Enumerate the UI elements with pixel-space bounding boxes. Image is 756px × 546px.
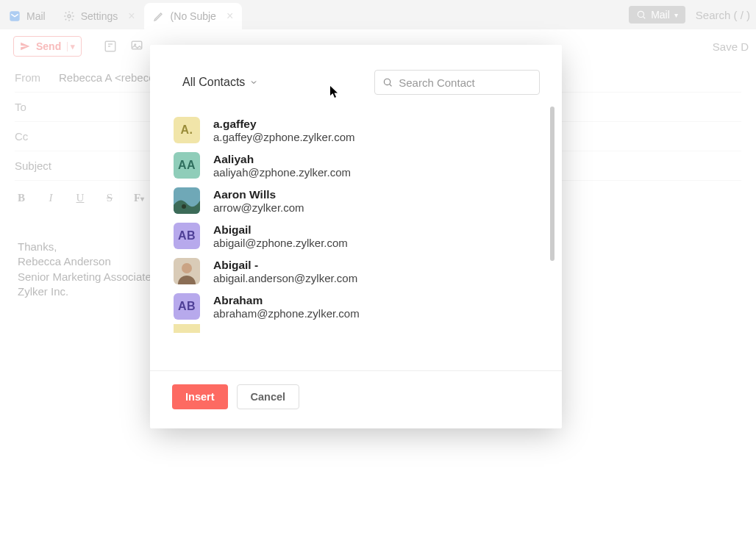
contact-list: A.a.gaffeya.gaffey@zphone.zylker.comAAAa… [150, 102, 562, 370]
avatar-initials: AB [174, 293, 200, 320]
svg-point-8 [182, 204, 186, 209]
contact-row[interactable]: Aaron Willsarrow@zylker.com [174, 183, 562, 218]
cc-label: Cc [15, 130, 59, 143]
tab-mail[interactable]: Mail [0, 3, 54, 29]
tab-label: Mail [26, 10, 46, 22]
avatar-photo [174, 187, 200, 214]
underline-button[interactable]: U [74, 192, 87, 204]
svg-point-10 [182, 263, 192, 273]
close-icon[interactable]: × [227, 10, 233, 23]
contact-row[interactable]: Abigail -abigail.anderson@zylker.com [174, 254, 562, 289]
avatar-initials: AA [174, 152, 200, 179]
svg-rect-0 [10, 11, 19, 21]
contact-email: abigail.anderson@zylker.com [213, 272, 357, 284]
insert-button[interactable]: Insert [172, 384, 228, 409]
chevron-down-icon [249, 78, 258, 87]
strike-button[interactable]: S [103, 192, 116, 204]
avatar-initials [174, 324, 200, 333]
contact-name: Abraham [213, 294, 360, 307]
contact-email: arrow@zylker.com [213, 201, 304, 214]
contact-group-dropdown[interactable]: All Contacts [182, 76, 258, 89]
cancel-button[interactable]: Cancel [237, 384, 300, 409]
gear-icon [63, 10, 75, 22]
bold-button[interactable]: B [15, 192, 28, 204]
contact-info: Abrahamabraham@zphone.zylker.com [213, 294, 360, 320]
contact-search[interactable] [374, 70, 540, 95]
contact-row[interactable]: A.a.gaffeya.gaffey@zphone.zylker.com [174, 112, 562, 148]
chevron-down-icon[interactable]: ▾ [67, 42, 75, 51]
contact-info: Aaron Willsarrow@zylker.com [213, 188, 304, 214]
contact-email: aaliyah@zphone.zylker.com [213, 166, 351, 179]
template-icon[interactable] [104, 40, 117, 53]
contact-name: Aaliyah [213, 153, 351, 166]
contact-picker-modal: All Contacts A.a.gaffeya.gaffey@zphone.z… [150, 45, 562, 428]
search-icon [636, 10, 646, 20]
send-button[interactable]: Send ▾ [13, 36, 82, 57]
tab-label: Settings [81, 10, 118, 22]
svg-point-5 [134, 43, 136, 46]
contact-name: a.gaffey [213, 118, 355, 131]
pencil-icon [153, 10, 165, 22]
contact-search-input[interactable] [399, 76, 532, 89]
tab-strip: Mail Settings × (No Subje × Mail ▾ Searc… [0, 0, 756, 29]
contact-info: Aaliyahaaliyah@zphone.zylker.com [213, 153, 351, 179]
avatar-initials: A. [174, 117, 200, 143]
italic-button[interactable]: I [44, 192, 57, 204]
font-button[interactable]: F▾ [132, 192, 146, 204]
contact-email: abigail@zphone.zylker.com [213, 237, 348, 249]
dropdown-label: All Contacts [182, 76, 245, 89]
search-icon [382, 76, 393, 88]
contact-row[interactable]: ABAbrahamabraham@zphone.zylker.com [174, 289, 562, 324]
contact-info: Abigail -abigail.anderson@zylker.com [213, 259, 357, 284]
close-icon[interactable]: × [128, 10, 135, 23]
contact-row-partial [174, 324, 562, 333]
to-label: To [15, 101, 59, 113]
contact-email: abraham@zphone.zylker.com [213, 307, 360, 320]
save-draft-button[interactable]: Save D [713, 40, 749, 53]
avatar-photo [174, 258, 200, 284]
contact-info: a.gaffeya.gaffey@zphone.zylker.com [213, 118, 355, 143]
send-label: Send [36, 40, 61, 52]
tab-label: (No Subje [171, 10, 216, 22]
svg-point-2 [638, 11, 643, 17]
tab-compose[interactable]: (No Subje × [144, 3, 243, 29]
contact-name: Aaron Wills [213, 188, 304, 201]
from-label: From [15, 71, 59, 84]
send-icon [20, 41, 30, 51]
contact-email: a.gaffey@zphone.zylker.com [213, 131, 355, 143]
svg-point-6 [384, 79, 390, 85]
contact-row[interactable]: ABAbigailabigail@zphone.zylker.com [174, 218, 562, 254]
global-search[interactable]: Search ( / ) [696, 9, 750, 21]
svg-rect-3 [105, 41, 115, 51]
app-switcher[interactable]: Mail ▾ [629, 6, 685, 24]
avatar-initials: AB [174, 223, 200, 249]
attach-image-icon[interactable] [130, 40, 143, 53]
scrollbar[interactable] [550, 107, 554, 261]
chevron-down-icon: ▾ [674, 11, 678, 19]
contact-name: Abigail - [213, 259, 357, 272]
tab-settings[interactable]: Settings × [54, 3, 144, 29]
app-switcher-label: Mail [651, 9, 670, 21]
svg-point-1 [68, 15, 71, 18]
svg-rect-4 [132, 41, 142, 49]
contact-info: Abigailabigail@zphone.zylker.com [213, 223, 348, 249]
contact-name: Abigail [213, 223, 348, 237]
mail-icon [9, 10, 21, 22]
contact-row[interactable]: AAAaliyahaaliyah@zphone.zylker.com [174, 148, 562, 183]
